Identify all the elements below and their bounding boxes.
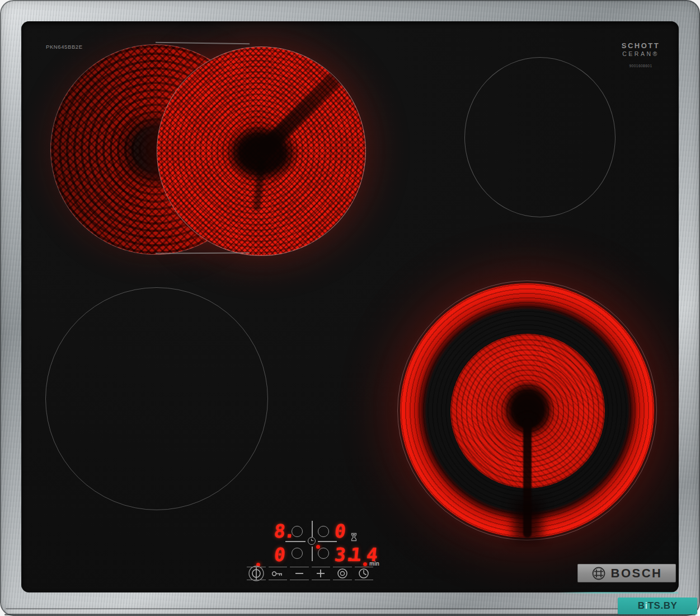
- bosch-emblem-icon: [591, 566, 606, 581]
- zone-front-right-glow: [397, 281, 657, 540]
- display-divider-right: [318, 541, 337, 542]
- frame-band: [7, 610, 693, 614]
- cooktop-steel-frame: PKN645BB2E SCHOTT CERAN® 9001608601: [0, 0, 700, 616]
- child-lock-button[interactable]: [268, 567, 288, 580]
- watermark-part-b: B: [638, 600, 645, 612]
- zone-front-left-outline: [45, 287, 268, 510]
- increase-button[interactable]: [311, 567, 331, 580]
- zone-rear-right-outline: [464, 57, 616, 217]
- display-divider-bottom: [312, 547, 313, 561]
- key-icon: [271, 570, 284, 577]
- dual-zone-button[interactable]: [332, 567, 353, 580]
- timer-center-clock-icon: [308, 537, 316, 545]
- heat-limiter-rod-base-shadow: [513, 498, 542, 541]
- power-button[interactable]: [246, 567, 266, 580]
- timer-button[interactable]: [354, 567, 374, 580]
- front-left-power-display: 0: [273, 545, 285, 564]
- roaster-outline-top: [156, 42, 250, 44]
- bosch-badge: BOSCH: [577, 564, 676, 582]
- bits-by-watermark: BiTS.BY: [618, 598, 697, 614]
- display-divider-left: [285, 541, 306, 542]
- dual-zone-icon: [337, 568, 348, 579]
- clock-icon: [358, 568, 369, 579]
- plus-icon: [316, 568, 326, 578]
- timer-zone-select-front-left[interactable]: [292, 548, 303, 559]
- decrease-button[interactable]: [289, 567, 309, 580]
- frame-edge: [4, 614, 696, 615]
- hourglass-icon: [351, 533, 357, 542]
- timer-min-indicator-dot: [363, 562, 367, 566]
- watermark-reflection: [558, 592, 678, 594]
- glass-ceramic-surface: PKN645BB2E SCHOTT CERAN® 9001608601: [21, 21, 679, 592]
- model-label: PKN645BB2E: [46, 44, 83, 50]
- rear-right-power-display: 0: [333, 522, 345, 540]
- timer-zone-select-rear-right[interactable]: [318, 526, 329, 537]
- schott-ceran-logo: SCHOTT CERAN® 9001608601: [610, 41, 671, 68]
- roaster-outline-bottom: [156, 252, 250, 254]
- minus-icon: [294, 568, 304, 578]
- timer-zone-select-front-right[interactable]: [318, 548, 329, 559]
- schott-ceran-line2: CERAN®: [610, 50, 671, 57]
- timer-unit-label: min: [369, 561, 379, 567]
- power-icon: [248, 565, 265, 582]
- frame-seam: [6, 608, 694, 609]
- timer-zone-select-rear-left[interactable]: [292, 526, 303, 537]
- display-divider-top: [312, 521, 313, 537]
- touch-control-row: [246, 567, 374, 580]
- schott-ceran-code: 9001608601: [610, 64, 671, 68]
- watermark-part-rest: TS.BY: [648, 600, 678, 612]
- utensil-shadow-handle: [255, 66, 347, 158]
- bosch-brand-text: BOSCH: [611, 566, 663, 581]
- schott-ceran-line1: SCHOTT: [610, 41, 671, 50]
- timer-zone-indicator-dot: [316, 545, 320, 549]
- zone-rear-left-extension-glow: [157, 46, 366, 256]
